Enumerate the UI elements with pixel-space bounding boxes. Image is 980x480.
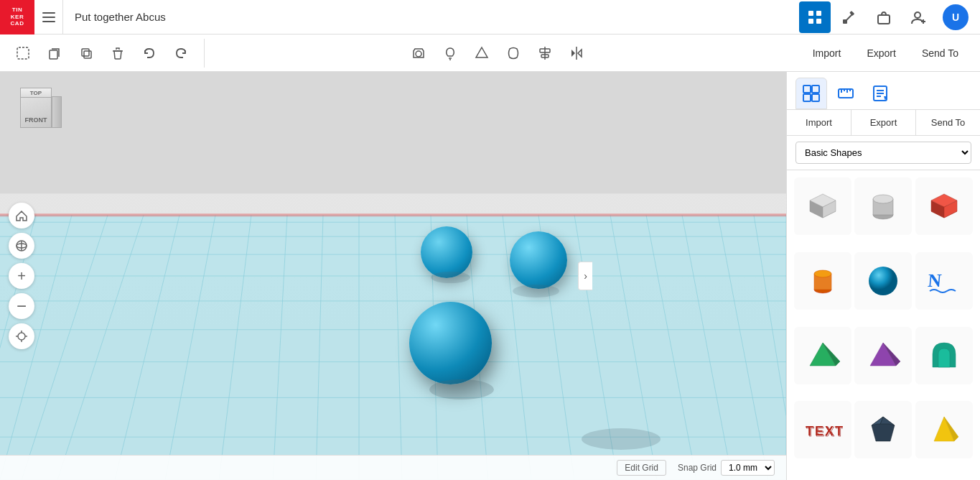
svg-rect-5 bbox=[808, 19, 813, 24]
svg-rect-27 bbox=[0, 72, 786, 193]
user-avatar-area[interactable]: U bbox=[937, 4, 974, 30]
panel-collapse-button[interactable]: › bbox=[578, 262, 592, 290]
shape-text-3d[interactable]: N bbox=[915, 252, 973, 310]
svg-rect-14 bbox=[17, 47, 29, 59]
edit-grid-button[interactable]: Edit Grid bbox=[617, 460, 666, 476]
send-to-button[interactable]: Send To bbox=[909, 42, 971, 65]
svg-marker-20 bbox=[476, 47, 487, 57]
shape-yellow-pyramid[interactable] bbox=[915, 401, 973, 458]
gallery-view-button[interactable] bbox=[799, 1, 831, 33]
snap-grid-select[interactable]: 1.0 mm bbox=[721, 460, 775, 476]
zoom-out-button[interactable]: − bbox=[9, 293, 34, 319]
svg-marker-26 bbox=[578, 50, 582, 57]
svg-rect-6 bbox=[816, 19, 821, 24]
toolbar-center-actions bbox=[205, 39, 791, 68]
svg-point-90 bbox=[873, 195, 893, 203]
svg-point-98 bbox=[869, 267, 897, 295]
left-tools-panel: + − bbox=[9, 203, 34, 349]
undo-button[interactable] bbox=[135, 39, 164, 68]
panel-action-bar: Import Export Send To bbox=[787, 110, 980, 136]
top-right-icons: U bbox=[799, 1, 980, 33]
svg-rect-4 bbox=[816, 11, 821, 16]
tab-shapes[interactable] bbox=[795, 78, 827, 109]
shape-box[interactable] bbox=[794, 177, 851, 235]
panel-export-button[interactable]: Export bbox=[851, 110, 916, 135]
orbit-button[interactable] bbox=[9, 233, 34, 259]
mirror-button[interactable] bbox=[562, 39, 591, 68]
select-all-button[interactable] bbox=[9, 39, 37, 68]
sphere-large-shadow bbox=[582, 428, 661, 450]
sphere-3-shadow bbox=[429, 379, 494, 400]
right-panel: Import Export Send To Basic Shapes Lette… bbox=[786, 72, 980, 480]
svg-rect-74 bbox=[812, 94, 819, 101]
svg-rect-73 bbox=[803, 94, 811, 101]
svg-rect-9 bbox=[843, 19, 847, 24]
svg-marker-25 bbox=[571, 50, 575, 57]
svg-rect-71 bbox=[803, 86, 811, 93]
workplane bbox=[0, 72, 786, 480]
shape-sphere[interactable] bbox=[854, 252, 912, 310]
shape-arch[interactable] bbox=[915, 327, 973, 384]
shape-cylinder[interactable] bbox=[854, 177, 912, 235]
svg-marker-28 bbox=[0, 215, 786, 480]
build-button[interactable] bbox=[834, 1, 865, 33]
tinkercad-logo[interactable]: TINKERCAD bbox=[0, 0, 34, 34]
shape-orange-cylinder[interactable] bbox=[794, 252, 851, 310]
redo-button[interactable] bbox=[167, 39, 195, 68]
shape-category-select[interactable]: Basic Shapes Letters Connectors Geometri… bbox=[795, 142, 971, 164]
main-area: TOP FRONT bbox=[0, 72, 980, 480]
svg-rect-72 bbox=[812, 86, 819, 93]
panel-send-to-button[interactable]: Send To bbox=[916, 110, 980, 135]
rounded-shape-button[interactable] bbox=[499, 39, 528, 68]
shape-outline-button[interactable] bbox=[467, 39, 496, 68]
fit-view-button[interactable] bbox=[9, 323, 34, 349]
shape-green-pyramid[interactable] bbox=[794, 327, 851, 384]
panel-import-button[interactable]: Import bbox=[787, 110, 851, 135]
svg-point-97 bbox=[814, 270, 831, 277]
sphere-1[interactable] bbox=[421, 226, 472, 278]
store-button[interactable] bbox=[868, 1, 900, 33]
svg-rect-17 bbox=[84, 51, 91, 58]
sphere-3[interactable] bbox=[409, 302, 492, 384]
light-button[interactable] bbox=[436, 39, 465, 68]
shape-text-red[interactable]: TEXT TEXT bbox=[794, 401, 851, 458]
snap-grid-area: Snap Grid 1.0 mm bbox=[678, 460, 775, 476]
sphere-2[interactable] bbox=[510, 231, 567, 289]
copy-button[interactable] bbox=[40, 39, 69, 68]
sphere-2-shadow bbox=[513, 285, 559, 297]
add-user-button[interactable] bbox=[902, 1, 934, 33]
bottom-status-bar: Edit Grid Snap Grid 1.0 mm bbox=[0, 455, 786, 480]
shapes-grid: N bbox=[787, 170, 980, 480]
align-button[interactable] bbox=[531, 39, 559, 68]
avatar: U bbox=[943, 4, 969, 30]
duplicate-button[interactable] bbox=[72, 39, 101, 68]
delete-button[interactable] bbox=[103, 39, 132, 68]
shape-red-cube[interactable] bbox=[915, 177, 973, 235]
camera-button[interactable] bbox=[404, 39, 433, 68]
viewport[interactable]: TOP FRONT bbox=[0, 72, 786, 480]
home-view-button[interactable] bbox=[9, 203, 34, 229]
top-bar: TINKERCAD Put together Abcus bbox=[0, 0, 980, 34]
design-menu-button[interactable] bbox=[34, 0, 63, 34]
zoom-in-button[interactable]: + bbox=[9, 263, 34, 289]
import-button[interactable]: Import bbox=[800, 42, 854, 65]
export-button[interactable]: Export bbox=[854, 42, 908, 65]
svg-rect-16 bbox=[82, 49, 89, 56]
tab-notes[interactable] bbox=[864, 78, 896, 109]
tab-ruler[interactable] bbox=[830, 78, 862, 109]
toolbar: Import Export Send To bbox=[0, 34, 980, 72]
view-cube[interactable]: TOP FRONT bbox=[14, 86, 72, 144]
svg-rect-3 bbox=[808, 11, 813, 16]
svg-rect-1 bbox=[42, 17, 55, 18]
svg-rect-15 bbox=[50, 50, 57, 59]
snap-grid-label: Snap Grid bbox=[678, 463, 717, 473]
svg-rect-2 bbox=[42, 21, 55, 22]
shape-selector-bar: Basic Shapes Letters Connectors Geometri… bbox=[787, 136, 980, 170]
svg-rect-0 bbox=[42, 12, 55, 14]
shape-purple-pyramid[interactable] bbox=[854, 327, 912, 384]
project-title: Put together Abcus bbox=[63, 11, 799, 23]
svg-rect-8 bbox=[849, 11, 854, 16]
svg-point-66 bbox=[18, 333, 25, 340]
shape-gem[interactable] bbox=[854, 401, 912, 458]
svg-point-11 bbox=[915, 12, 920, 18]
